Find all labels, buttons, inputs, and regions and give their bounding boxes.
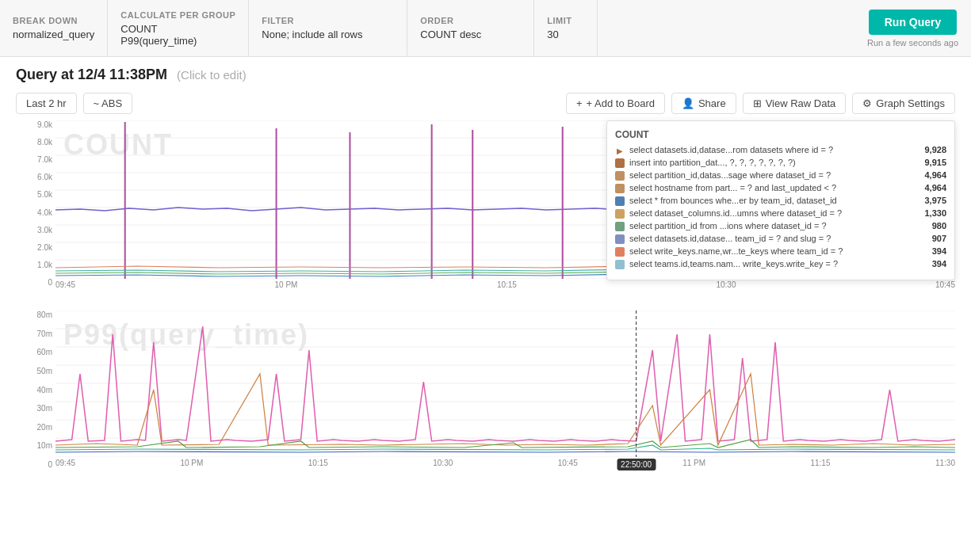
limit-label: LIMIT <box>547 16 584 25</box>
tooltip-row-count: 9,915 <box>924 158 946 167</box>
tooltip-row-text: select teams.id,teams.nam... write_keys.… <box>629 259 927 269</box>
order-section: ORDER COUNT desc <box>407 0 534 56</box>
view-raw-data-label: View Raw Data <box>766 97 836 109</box>
tooltip-row: select hostname from part... = ? and las… <box>615 183 946 193</box>
tooltip-row-text: select hostname from part... = ? and las… <box>629 183 919 192</box>
tooltip-row-count: 394 <box>932 246 946 256</box>
tooltip-row-count: 907 <box>932 234 946 243</box>
top-bar: BREAK DOWN normalized_query CALCULATE PE… <box>0 0 971 57</box>
tooltip-color-indicator <box>615 171 625 181</box>
calculate-value-1: COUNT <box>120 23 235 35</box>
add-to-board-button[interactable]: + + Add to Board <box>566 93 665 114</box>
tooltip-color-indicator <box>615 260 625 269</box>
tooltip-rows: ▶select datasets.id,datase...rom dataset… <box>615 145 946 269</box>
breakdown-value: normalized_query <box>13 29 94 40</box>
query-title-bar: Query at 12/4 11:38PM (Click to edit) <box>0 57 971 90</box>
tooltip-panel: COUNT ▶select datasets.id,datase...rom d… <box>606 120 955 280</box>
order-label: ORDER <box>420 16 521 25</box>
run-time: Run a few seconds ago <box>867 38 958 48</box>
tooltip-row-count: 980 <box>932 221 946 230</box>
tooltip-row-count: 1,330 <box>924 208 946 218</box>
tooltip-color-indicator <box>615 196 625 206</box>
tooltip-row-text: select write_keys.name,wr...te_keys wher… <box>629 246 927 256</box>
plus-icon: + <box>576 97 583 109</box>
tooltip-row-text: insert into partition_dat..., ?, ?, ?, ?… <box>629 158 919 167</box>
charts-area: COUNT 9.0k 8.0k 7.0k 6.0k 5.0k 4.0k 3.0k… <box>0 120 971 485</box>
calculate-label: CALCULATE PER GROUP <box>120 10 235 20</box>
tooltip-title: COUNT <box>615 129 946 140</box>
tooltip-row-text: select datasets.id,datase...rom datasets… <box>629 145 919 154</box>
p99-chart-svg <box>55 310 955 457</box>
tooltip-row: select write_keys.name,wr...te_keys wher… <box>615 246 946 257</box>
calculate-value-2: P99(query_time) <box>120 35 235 47</box>
count-y-axis: 9.0k 8.0k 7.0k 6.0k 5.0k 4.0k 3.0k 2.0k … <box>16 120 55 287</box>
tooltip-row-text: select dataset_columns.id...umns where d… <box>629 208 919 218</box>
tooltip-color-indicator <box>615 234 625 244</box>
cursor-time-label: 22:50:00 <box>617 459 656 470</box>
abs-button[interactable]: ~ ABS <box>83 93 133 114</box>
filter-section: FILTER None; include all rows <box>249 0 407 56</box>
share-button[interactable]: 👤 Share <box>671 93 736 114</box>
tooltip-color-indicator <box>615 158 625 168</box>
limit-value: 30 <box>547 29 584 40</box>
limit-section: LIMIT 30 <box>534 0 598 56</box>
p99-y-axis: 80m 70m 60m 50m 40m 30m 20m 10m 0 <box>16 310 55 469</box>
tooltip-row-text: select partition_id,datas...sage where d… <box>629 170 919 180</box>
tooltip-row-count: 394 <box>932 259 946 269</box>
gear-icon: ⚙ <box>862 97 872 109</box>
tooltip-color-indicator <box>615 222 625 231</box>
filter-label: FILTER <box>262 16 394 25</box>
tooltip-row: select dataset_columns.id...umns where d… <box>615 208 946 219</box>
run-query-area: Run Query Run a few seconds ago <box>854 0 971 56</box>
breakdown-section: BREAK DOWN normalized_query <box>0 0 108 56</box>
share-label: Share <box>698 97 726 109</box>
tooltip-color-indicator <box>615 209 625 219</box>
click-to-edit[interactable]: (Click to edit) <box>177 68 247 82</box>
tooltip-color-indicator <box>615 184 625 193</box>
table-icon: ⊞ <box>753 97 762 109</box>
tooltip-row-count: 3,975 <box>924 196 946 205</box>
share-icon: 👤 <box>682 97 694 109</box>
tooltip-row: select datasets.id,datase... team_id = ?… <box>615 234 946 244</box>
calculate-section: CALCULATE PER GROUP COUNT P99(query_time… <box>108 0 249 56</box>
tooltip-row-count: 9,928 <box>924 145 946 154</box>
order-value: COUNT desc <box>420 29 521 40</box>
graph-settings-label: Graph Settings <box>876 97 945 109</box>
tooltip-row: select partition_id,datas...sage where d… <box>615 170 946 181</box>
tooltip-row-text: select datasets.id,datase... team_id = ?… <box>629 234 927 243</box>
p99-x-labels: 09:45 10 PM 10:15 10:30 10:45 11 PM 11:1… <box>55 457 955 467</box>
breakdown-label: BREAK DOWN <box>13 16 94 25</box>
view-raw-data-button[interactable]: ⊞ View Raw Data <box>743 93 847 114</box>
tooltip-row: insert into partition_dat..., ?, ?, ?, ?… <box>615 158 946 168</box>
run-query-button[interactable]: Run Query <box>869 10 958 35</box>
tooltip-arrow-icon: ▶ <box>615 146 625 155</box>
filter-value: None; include all rows <box>262 29 394 40</box>
time-range-button[interactable]: Last 2 hr <box>16 93 77 114</box>
tooltip-row-count: 4,964 <box>924 183 946 192</box>
add-to-board-label: + Add to Board <box>587 97 655 109</box>
count-chart: COUNT 9.0k 8.0k 7.0k 6.0k 5.0k 4.0k 3.0k… <box>16 120 955 303</box>
tooltip-row: select * from bounces whe...er by team_i… <box>615 196 946 206</box>
tooltip-row: select teams.id,teams.nam... write_keys.… <box>615 259 946 269</box>
tooltip-row-text: select partition_id from ...ions where d… <box>629 221 927 230</box>
query-title: Query at 12/4 11:38PM <box>16 67 167 83</box>
graph-settings-button[interactable]: ⚙ Graph Settings <box>852 93 955 114</box>
tooltip-row-text: select * from bounces whe...er by team_i… <box>629 196 919 205</box>
tooltip-row: select partition_id from ...ions where d… <box>615 221 946 231</box>
tooltip-color-indicator <box>615 247 625 257</box>
tooltip-row: ▶select datasets.id,datase...rom dataset… <box>615 145 946 155</box>
tooltip-row-count: 4,964 <box>924 170 946 180</box>
toolbar: Last 2 hr ~ ABS + + Add to Board 👤 Share… <box>0 90 971 120</box>
p99-chart: P99(query_time) 80m 70m 60m 50m 40m 30m … <box>16 310 955 485</box>
